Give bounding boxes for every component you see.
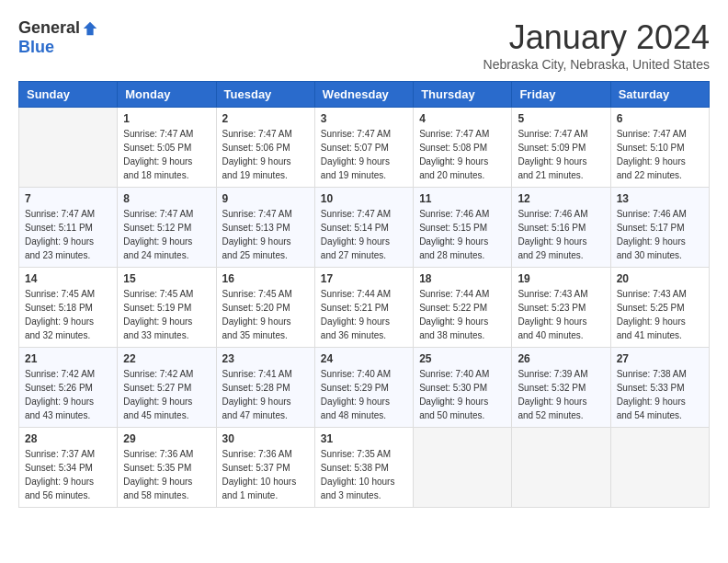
day-info: Sunrise: 7:39 AM Sunset: 5:32 PM Dayligh… — [518, 367, 604, 422]
calendar-day-cell: 28Sunrise: 7:37 AM Sunset: 5:34 PM Dayli… — [19, 428, 118, 508]
day-number: 19 — [518, 272, 604, 285]
logo: General Blue — [18, 18, 98, 57]
calendar-day-cell: 23Sunrise: 7:41 AM Sunset: 5:28 PM Dayli… — [216, 348, 314, 428]
calendar-week-row: 28Sunrise: 7:37 AM Sunset: 5:34 PM Dayli… — [19, 428, 710, 508]
day-number: 9 — [222, 192, 309, 205]
day-number: 20 — [617, 272, 703, 285]
logo-icon — [82, 20, 98, 37]
day-info: Sunrise: 7:40 AM Sunset: 5:29 PM Dayligh… — [321, 367, 407, 422]
weekday-header-friday: Friday — [512, 82, 610, 108]
day-number: 22 — [123, 352, 210, 365]
day-number: 25 — [419, 352, 506, 365]
day-info: Sunrise: 7:46 AM Sunset: 5:17 PM Dayligh… — [617, 207, 703, 262]
calendar-week-row: 1Sunrise: 7:47 AM Sunset: 5:05 PM Daylig… — [19, 108, 710, 188]
day-info: Sunrise: 7:42 AM Sunset: 5:26 PM Dayligh… — [25, 367, 111, 422]
day-info: Sunrise: 7:37 AM Sunset: 5:34 PM Dayligh… — [25, 447, 111, 502]
day-number: 4 — [419, 112, 506, 125]
calendar-day-cell: 27Sunrise: 7:38 AM Sunset: 5:33 PM Dayli… — [610, 348, 709, 428]
day-number: 5 — [518, 112, 604, 125]
day-info: Sunrise: 7:43 AM Sunset: 5:23 PM Dayligh… — [518, 287, 604, 342]
day-number: 8 — [123, 192, 210, 205]
day-number: 15 — [123, 272, 210, 285]
day-info: Sunrise: 7:46 AM Sunset: 5:16 PM Dayligh… — [518, 207, 604, 262]
location-subtitle: Nebraska City, Nebraska, United States — [483, 57, 710, 72]
day-info: Sunrise: 7:36 AM Sunset: 5:37 PM Dayligh… — [222, 447, 309, 502]
day-info: Sunrise: 7:47 AM Sunset: 5:06 PM Dayligh… — [222, 127, 309, 182]
day-info: Sunrise: 7:47 AM Sunset: 5:14 PM Dayligh… — [321, 207, 407, 262]
calendar-day-cell: 18Sunrise: 7:44 AM Sunset: 5:22 PM Dayli… — [414, 268, 512, 348]
calendar-day-cell: 19Sunrise: 7:43 AM Sunset: 5:23 PM Dayli… — [512, 268, 610, 348]
day-number: 16 — [222, 272, 309, 285]
calendar-day-cell: 15Sunrise: 7:45 AM Sunset: 5:19 PM Dayli… — [118, 268, 216, 348]
day-number: 10 — [321, 192, 407, 205]
day-number: 24 — [321, 352, 407, 365]
day-number: 17 — [321, 272, 407, 285]
calendar-day-cell: 20Sunrise: 7:43 AM Sunset: 5:25 PM Dayli… — [610, 268, 709, 348]
day-info: Sunrise: 7:44 AM Sunset: 5:22 PM Dayligh… — [419, 287, 506, 342]
day-info: Sunrise: 7:41 AM Sunset: 5:28 PM Dayligh… — [222, 367, 309, 422]
calendar-day-cell: 6Sunrise: 7:47 AM Sunset: 5:10 PM Daylig… — [610, 108, 709, 188]
day-number: 30 — [222, 432, 309, 445]
day-number: 13 — [617, 192, 703, 205]
calendar-week-row: 14Sunrise: 7:45 AM Sunset: 5:18 PM Dayli… — [19, 268, 710, 348]
day-info: Sunrise: 7:47 AM Sunset: 5:12 PM Dayligh… — [123, 207, 210, 262]
weekday-header-wednesday: Wednesday — [314, 82, 413, 108]
day-info: Sunrise: 7:40 AM Sunset: 5:30 PM Dayligh… — [419, 367, 506, 422]
day-number: 2 — [222, 112, 309, 125]
calendar-day-cell: 25Sunrise: 7:40 AM Sunset: 5:30 PM Dayli… — [414, 348, 512, 428]
calendar-day-cell: 4Sunrise: 7:47 AM Sunset: 5:08 PM Daylig… — [414, 108, 512, 188]
calendar-header-row: SundayMondayTuesdayWednesdayThursdayFrid… — [19, 82, 710, 108]
calendar-day-cell: 12Sunrise: 7:46 AM Sunset: 5:16 PM Dayli… — [512, 188, 610, 268]
day-number: 11 — [419, 192, 506, 205]
calendar-table: SundayMondayTuesdayWednesdayThursdayFrid… — [18, 81, 710, 508]
day-info: Sunrise: 7:35 AM Sunset: 5:38 PM Dayligh… — [321, 447, 407, 502]
day-number: 29 — [123, 432, 210, 445]
day-number: 1 — [123, 112, 210, 125]
day-number: 6 — [617, 112, 703, 125]
day-info: Sunrise: 7:38 AM Sunset: 5:33 PM Dayligh… — [617, 367, 703, 422]
title-area: January 2024 Nebraska City, Nebraska, Un… — [483, 18, 710, 72]
calendar-day-cell: 26Sunrise: 7:39 AM Sunset: 5:32 PM Dayli… — [512, 348, 610, 428]
calendar-day-cell: 22Sunrise: 7:42 AM Sunset: 5:27 PM Dayli… — [118, 348, 216, 428]
calendar-day-cell: 14Sunrise: 7:45 AM Sunset: 5:18 PM Dayli… — [19, 268, 118, 348]
weekday-header-tuesday: Tuesday — [216, 82, 314, 108]
calendar-day-cell: 29Sunrise: 7:36 AM Sunset: 5:35 PM Dayli… — [118, 428, 216, 508]
day-info: Sunrise: 7:47 AM Sunset: 5:09 PM Dayligh… — [518, 127, 604, 182]
weekday-header-sunday: Sunday — [19, 82, 118, 108]
day-number: 28 — [25, 432, 111, 445]
calendar-day-cell: 13Sunrise: 7:46 AM Sunset: 5:17 PM Dayli… — [610, 188, 709, 268]
day-number: 31 — [321, 432, 407, 445]
calendar-day-cell: 5Sunrise: 7:47 AM Sunset: 5:09 PM Daylig… — [512, 108, 610, 188]
calendar-week-row: 21Sunrise: 7:42 AM Sunset: 5:26 PM Dayli… — [19, 348, 710, 428]
calendar-day-cell: 1Sunrise: 7:47 AM Sunset: 5:05 PM Daylig… — [118, 108, 216, 188]
logo-blue-text: Blue — [18, 38, 54, 57]
day-info: Sunrise: 7:47 AM Sunset: 5:05 PM Dayligh… — [123, 127, 210, 182]
month-title: January 2024 — [483, 18, 710, 57]
weekday-header-thursday: Thursday — [414, 82, 512, 108]
day-info: Sunrise: 7:45 AM Sunset: 5:18 PM Dayligh… — [25, 287, 111, 342]
day-number: 23 — [222, 352, 309, 365]
day-number: 18 — [419, 272, 506, 285]
calendar-day-cell — [610, 428, 709, 508]
day-number: 14 — [25, 272, 111, 285]
day-number: 12 — [518, 192, 604, 205]
calendar-day-cell — [512, 428, 610, 508]
day-info: Sunrise: 7:47 AM Sunset: 5:11 PM Dayligh… — [25, 207, 111, 262]
day-info: Sunrise: 7:44 AM Sunset: 5:21 PM Dayligh… — [321, 287, 407, 342]
header: General Blue January 2024 Nebraska City,… — [18, 18, 710, 72]
calendar-day-cell: 17Sunrise: 7:44 AM Sunset: 5:21 PM Dayli… — [314, 268, 413, 348]
svg-marker-0 — [84, 21, 97, 34]
calendar-day-cell — [19, 108, 118, 188]
logo-general-text: General — [18, 18, 80, 38]
calendar-day-cell: 30Sunrise: 7:36 AM Sunset: 5:37 PM Dayli… — [216, 428, 314, 508]
day-info: Sunrise: 7:45 AM Sunset: 5:19 PM Dayligh… — [123, 287, 210, 342]
calendar-week-row: 7Sunrise: 7:47 AM Sunset: 5:11 PM Daylig… — [19, 188, 710, 268]
calendar-day-cell: 8Sunrise: 7:47 AM Sunset: 5:12 PM Daylig… — [118, 188, 216, 268]
weekday-header-monday: Monday — [118, 82, 216, 108]
calendar-day-cell: 10Sunrise: 7:47 AM Sunset: 5:14 PM Dayli… — [314, 188, 413, 268]
calendar-day-cell: 3Sunrise: 7:47 AM Sunset: 5:07 PM Daylig… — [314, 108, 413, 188]
day-number: 26 — [518, 352, 604, 365]
calendar-day-cell: 16Sunrise: 7:45 AM Sunset: 5:20 PM Dayli… — [216, 268, 314, 348]
weekday-header-saturday: Saturday — [610, 82, 709, 108]
calendar-day-cell: 2Sunrise: 7:47 AM Sunset: 5:06 PM Daylig… — [216, 108, 314, 188]
